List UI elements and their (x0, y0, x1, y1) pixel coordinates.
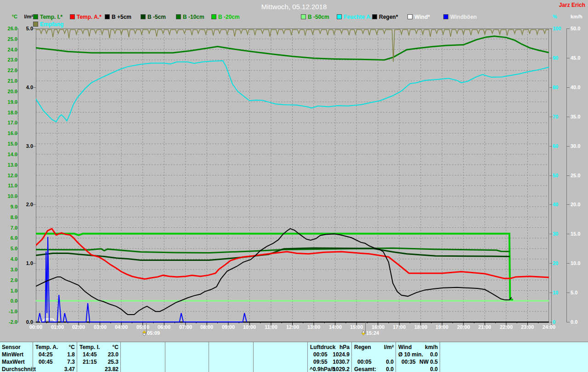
stats-divider (253, 342, 254, 372)
axis-tick-label-c: 19.0 (0, 100, 17, 105)
legend-swatch-feuchte-a- (337, 14, 342, 19)
axis-tick-label-c: 23.0 (0, 57, 17, 62)
stats-col-wind: Windkm/h Ø 10 min.0.0 00:35NW 0.5 0.0 (396, 342, 440, 372)
stats-unit: l/m² (384, 344, 394, 350)
sunrise-marker-time: 05:09 (147, 330, 160, 336)
axis-tick (567, 322, 570, 322)
stats-col-rowlabels: Sensor MinWert MaxWert Durchschnitt (0, 342, 33, 372)
axis-tick (16, 228, 18, 228)
legend-swatch-b-5cm (141, 14, 146, 19)
legend-swatch-empfang (33, 22, 38, 27)
legend-swatch-regen- (372, 14, 377, 19)
axis-tick (16, 81, 18, 81)
axis-tick (567, 204, 570, 205)
axis-tick-label-l: 2.0 (20, 202, 33, 207)
axis-tick-label-p: 80 (553, 85, 568, 90)
stats-col-temp-a: Temp. A.°C 04:251.8 00:457.3 3.47 (33, 342, 77, 372)
x-axis-label: 14:00 (325, 324, 345, 330)
axis-tick-label-c: 26.0 (0, 26, 17, 31)
axis-tick (549, 204, 552, 205)
stats-cell: 1029.2 (333, 366, 350, 372)
legend-label: B -5cm (147, 14, 166, 20)
axis-tick-label-l: 5.0 (20, 26, 33, 31)
stats-cell: Ø 10 min. (398, 351, 423, 358)
axis-tick (16, 217, 18, 218)
legend-label: B -10cm (183, 14, 204, 20)
x-axis-label: 16:00 (368, 324, 388, 330)
axis-tick-label-c: 9.0 (0, 204, 17, 209)
axis-tick-label-c: 14.0 (0, 152, 17, 157)
axis-tick-label-c: 10.0 (0, 194, 17, 199)
x-axis-label: 05:00 (133, 324, 153, 330)
axis-tick-label-p: 30 (553, 231, 568, 237)
x-axis-label: 15:00 (346, 324, 367, 330)
stats-cell: 14:45 (83, 351, 97, 358)
axis-tick-label-c: 7.0 (0, 225, 17, 231)
axis-tick-label-p: 40 (553, 202, 568, 207)
stats-col-luftdruck: LuftdruckhPa 00:051024.9 09:551030.7 ^0.… (308, 342, 352, 372)
axis-tick (549, 28, 552, 29)
x-axis-label: 17:00 (389, 324, 409, 330)
axis-tick-label-c: 3.0 (0, 267, 17, 272)
axis-tick (16, 113, 18, 113)
stats-table: Sensor MinWert MaxWert Durchschnitt Temp… (0, 342, 588, 372)
axis-tick (16, 70, 18, 71)
axis-tick (16, 322, 18, 322)
axis-tick (16, 175, 18, 176)
sunrise-marker-icon (141, 330, 147, 336)
axis-tick-label-k: 35.0 (571, 114, 588, 119)
stats-cell: 1.8 (67, 351, 75, 358)
x-axis-label: 11:00 (261, 324, 281, 330)
stats-unit: km/h (425, 344, 438, 350)
axis-tick-label-k: 50.0 (571, 26, 588, 31)
stats-cell: 09:55 (313, 359, 328, 365)
sunset-marker-icon (361, 330, 366, 336)
x-axis-label: 02:00 (68, 324, 89, 330)
legend-label: Temp. I.* (40, 14, 62, 20)
axis-tick-label-c: -1.0 (0, 309, 17, 314)
x-axis-label: 00:00 (26, 324, 46, 330)
stats-cell: 00:05 (357, 359, 372, 365)
x-axis-label: 07:00 (175, 324, 196, 330)
axis-tick-label-c: 5.0 (0, 246, 17, 251)
stats-unit: °C (113, 344, 119, 350)
stats-row-label: MaxWert (2, 359, 25, 365)
stats-sensor-name: Wind (398, 344, 412, 350)
axis-tick (16, 270, 18, 270)
axis-tick (549, 293, 552, 293)
axis-tick (16, 259, 18, 259)
axis-tick (549, 87, 552, 88)
axis-tick (549, 322, 552, 322)
stats-divider (165, 342, 165, 372)
stats-cell: 25.3 (108, 359, 119, 365)
stats-col-temp-i: Temp. I.°C 14:4523.0 21:1525.3 23.82 (77, 342, 121, 372)
axis-tick-label-l: 4.0 (20, 85, 33, 90)
axis-tick (567, 146, 570, 147)
legend-label: B +5cm (112, 14, 131, 20)
axis-tick-label-k: 10.0 (571, 261, 588, 266)
axis-tick-label-c: 24.0 (0, 47, 17, 52)
axis-tick-label-l: 1.0 (20, 261, 33, 266)
axis-tick-label-c: 18.0 (0, 110, 17, 115)
x-axis-label: 20:00 (453, 324, 474, 330)
axis-tick-label-c: 15.0 (0, 141, 17, 147)
axis-unit-l: l/m² (20, 14, 33, 19)
x-axis-label: 24:00 (539, 324, 559, 330)
stats-cell: 0.0 (430, 351, 438, 358)
axis-tick (567, 28, 570, 29)
axis-tick-label-c: 11.0 (0, 183, 17, 188)
axis-tick (16, 123, 18, 123)
axis-tick (16, 196, 18, 197)
x-axis-label: 12:00 (283, 324, 303, 330)
plot-right-border (551, 28, 552, 326)
x-axis-label: 08:00 (197, 324, 217, 330)
series-b_minus10 (36, 248, 510, 253)
axis-tick-label-c: 0.0 (0, 299, 17, 304)
axis-tick (16, 133, 18, 134)
legend-label: B -50cm (308, 14, 329, 20)
legend-label: Feuchte A.* (344, 14, 374, 20)
stats-divider (307, 342, 308, 372)
axis-tick (16, 102, 18, 102)
legend-label: Windböen (450, 14, 477, 20)
legend-swatch-windb-en (443, 14, 448, 19)
